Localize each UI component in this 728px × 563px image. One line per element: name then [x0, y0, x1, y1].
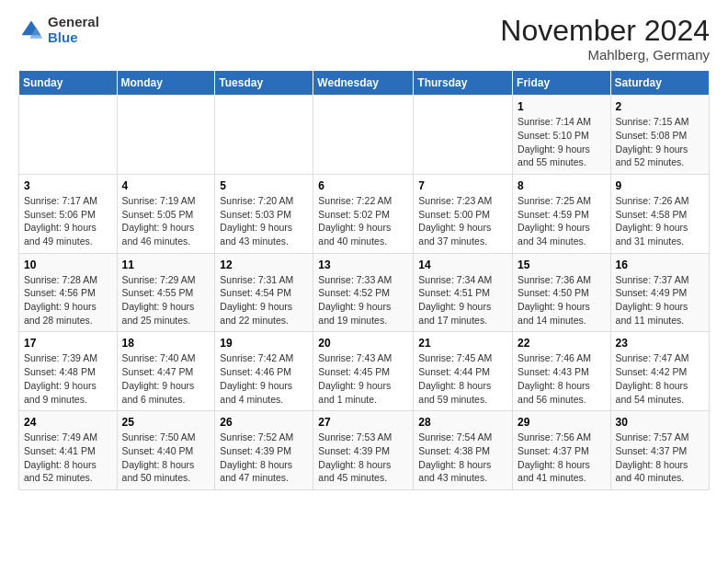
day-detail: Sunrise: 7:50 AMSunset: 4:40 PMDaylight:… [122, 431, 210, 485]
day-number: 10 [24, 259, 112, 271]
day-number: 21 [418, 337, 507, 350]
day-detail: Sunrise: 7:49 AMSunset: 4:41 PMDaylight:… [24, 431, 112, 485]
logo-blue: Blue [48, 30, 99, 46]
day-detail: Sunrise: 7:14 AMSunset: 5:10 PMDaylight:… [518, 115, 606, 169]
day-number: 7 [418, 179, 507, 192]
calendar-cell: 9Sunrise: 7:26 AMSunset: 4:58 PMDaylight… [610, 174, 709, 253]
calendar-cell: 20Sunrise: 7:43 AMSunset: 4:45 PMDayligh… [313, 332, 414, 411]
calendar-week-row: 24Sunrise: 7:49 AMSunset: 4:41 PMDayligh… [19, 411, 710, 490]
day-detail: Sunrise: 7:56 AMSunset: 4:37 PMDaylight:… [518, 431, 606, 485]
calendar-cell: 30Sunrise: 7:57 AMSunset: 4:37 PMDayligh… [610, 411, 709, 490]
calendar-cell [19, 96, 118, 175]
calendar-cell: 17Sunrise: 7:39 AMSunset: 4:48 PMDayligh… [19, 332, 118, 411]
day-detail: Sunrise: 7:45 AMSunset: 4:44 PMDaylight:… [418, 351, 507, 406]
calendar-cell: 18Sunrise: 7:40 AMSunset: 4:47 PMDayligh… [117, 332, 215, 411]
calendar-cell: 29Sunrise: 7:56 AMSunset: 4:37 PMDayligh… [513, 411, 611, 490]
day-number: 27 [318, 416, 408, 429]
day-detail: Sunrise: 7:23 AMSunset: 5:00 PMDaylight:… [418, 194, 507, 248]
calendar-header-row: Sunday Monday Tuesday Wednesday Thursday… [19, 71, 710, 96]
header: General Blue November 2024 Mahlberg, Ger… [18, 15, 710, 63]
day-number: 3 [24, 179, 112, 192]
day-number: 11 [122, 259, 210, 271]
day-detail: Sunrise: 7:40 AMSunset: 4:47 PMDaylight:… [122, 351, 210, 406]
day-detail: Sunrise: 7:36 AMSunset: 4:50 PMDaylight:… [518, 273, 606, 327]
calendar-week-row: 17Sunrise: 7:39 AMSunset: 4:48 PMDayligh… [19, 332, 710, 411]
calendar-title: November 2024 [500, 15, 710, 47]
header-thursday: Thursday [414, 71, 513, 96]
calendar-cell: 24Sunrise: 7:49 AMSunset: 4:41 PMDayligh… [19, 411, 118, 490]
header-tuesday: Tuesday [215, 71, 313, 96]
day-detail: Sunrise: 7:19 AMSunset: 5:05 PMDaylight:… [122, 194, 210, 248]
day-number: 2 [616, 100, 704, 113]
day-number: 1 [518, 100, 606, 113]
calendar-cell: 11Sunrise: 7:29 AMSunset: 4:55 PMDayligh… [117, 253, 215, 332]
calendar-cell: 25Sunrise: 7:50 AMSunset: 4:40 PMDayligh… [117, 411, 215, 490]
day-detail: Sunrise: 7:37 AMSunset: 4:49 PMDaylight:… [616, 273, 704, 327]
calendar-cell: 13Sunrise: 7:33 AMSunset: 4:52 PMDayligh… [313, 253, 414, 332]
calendar-table: Sunday Monday Tuesday Wednesday Thursday… [18, 70, 710, 490]
day-number: 5 [220, 179, 308, 192]
calendar-cell [117, 96, 215, 175]
page: General Blue November 2024 Mahlberg, Ger… [0, 0, 728, 509]
day-number: 18 [122, 337, 210, 350]
day-detail: Sunrise: 7:52 AMSunset: 4:39 PMDaylight:… [220, 431, 308, 485]
day-detail: Sunrise: 7:54 AMSunset: 4:38 PMDaylight:… [418, 431, 507, 485]
calendar-cell: 23Sunrise: 7:47 AMSunset: 4:42 PMDayligh… [610, 332, 709, 411]
day-number: 17 [24, 337, 112, 350]
header-monday: Monday [117, 71, 215, 96]
calendar-week-row: 10Sunrise: 7:28 AMSunset: 4:56 PMDayligh… [19, 253, 710, 332]
calendar-cell [414, 96, 513, 175]
calendar-cell: 3Sunrise: 7:17 AMSunset: 5:06 PMDaylight… [19, 174, 118, 253]
logo: General Blue [18, 15, 99, 45]
day-number: 19 [220, 337, 308, 350]
calendar-cell: 1Sunrise: 7:14 AMSunset: 5:10 PMDaylight… [513, 96, 611, 175]
day-detail: Sunrise: 7:25 AMSunset: 4:59 PMDaylight:… [518, 194, 606, 248]
day-number: 9 [616, 179, 704, 192]
day-detail: Sunrise: 7:47 AMSunset: 4:42 PMDaylight:… [616, 351, 704, 406]
day-detail: Sunrise: 7:43 AMSunset: 4:45 PMDaylight:… [318, 351, 408, 406]
day-detail: Sunrise: 7:22 AMSunset: 5:02 PMDaylight:… [318, 194, 408, 248]
day-detail: Sunrise: 7:31 AMSunset: 4:54 PMDaylight:… [220, 273, 308, 327]
header-saturday: Saturday [610, 71, 709, 96]
header-friday: Friday [513, 71, 611, 96]
calendar-subtitle: Mahlberg, Germany [500, 47, 710, 63]
calendar-cell: 21Sunrise: 7:45 AMSunset: 4:44 PMDayligh… [414, 332, 513, 411]
calendar-cell: 12Sunrise: 7:31 AMSunset: 4:54 PMDayligh… [215, 253, 313, 332]
day-number: 26 [220, 416, 308, 429]
calendar-cell: 27Sunrise: 7:53 AMSunset: 4:39 PMDayligh… [313, 411, 414, 490]
calendar-cell: 14Sunrise: 7:34 AMSunset: 4:51 PMDayligh… [414, 253, 513, 332]
day-number: 24 [24, 416, 112, 429]
calendar-week-row: 3Sunrise: 7:17 AMSunset: 5:06 PMDaylight… [19, 174, 710, 253]
header-wednesday: Wednesday [313, 71, 414, 96]
day-number: 23 [616, 337, 704, 350]
day-number: 29 [518, 416, 606, 429]
calendar-cell: 7Sunrise: 7:23 AMSunset: 5:00 PMDaylight… [414, 174, 513, 253]
calendar-cell: 8Sunrise: 7:25 AMSunset: 4:59 PMDaylight… [513, 174, 611, 253]
day-detail: Sunrise: 7:26 AMSunset: 4:58 PMDaylight:… [616, 194, 704, 248]
day-detail: Sunrise: 7:46 AMSunset: 4:43 PMDaylight:… [518, 351, 606, 406]
day-detail: Sunrise: 7:17 AMSunset: 5:06 PMDaylight:… [24, 194, 112, 248]
day-number: 12 [220, 259, 308, 271]
calendar-cell: 6Sunrise: 7:22 AMSunset: 5:02 PMDaylight… [313, 174, 414, 253]
day-number: 22 [518, 337, 606, 350]
day-number: 20 [318, 337, 408, 350]
day-number: 25 [122, 416, 210, 429]
day-detail: Sunrise: 7:34 AMSunset: 4:51 PMDaylight:… [418, 273, 507, 327]
calendar-cell: 19Sunrise: 7:42 AMSunset: 4:46 PMDayligh… [215, 332, 313, 411]
calendar-cell: 15Sunrise: 7:36 AMSunset: 4:50 PMDayligh… [513, 253, 611, 332]
day-number: 28 [418, 416, 507, 429]
day-detail: Sunrise: 7:57 AMSunset: 4:37 PMDaylight:… [616, 431, 704, 485]
day-number: 8 [518, 179, 606, 192]
calendar-cell: 2Sunrise: 7:15 AMSunset: 5:08 PMDaylight… [610, 96, 709, 175]
day-number: 6 [318, 179, 408, 192]
logo-icon [18, 17, 44, 43]
day-number: 16 [616, 259, 704, 271]
calendar-cell: 5Sunrise: 7:20 AMSunset: 5:03 PMDaylight… [215, 174, 313, 253]
calendar-cell: 10Sunrise: 7:28 AMSunset: 4:56 PMDayligh… [19, 253, 118, 332]
calendar-cell: 28Sunrise: 7:54 AMSunset: 4:38 PMDayligh… [414, 411, 513, 490]
day-number: 15 [518, 259, 606, 271]
calendar-cell: 22Sunrise: 7:46 AMSunset: 4:43 PMDayligh… [513, 332, 611, 411]
title-block: November 2024 Mahlberg, Germany [500, 15, 710, 63]
day-detail: Sunrise: 7:29 AMSunset: 4:55 PMDaylight:… [122, 273, 210, 327]
header-sunday: Sunday [19, 71, 118, 96]
